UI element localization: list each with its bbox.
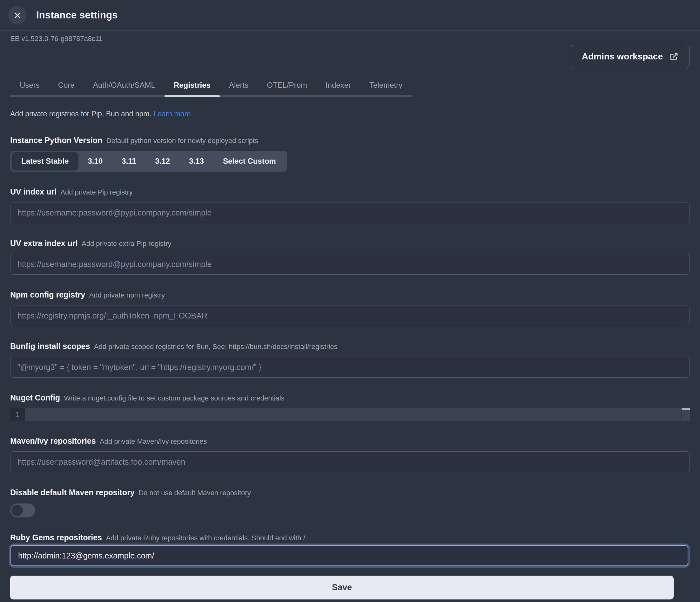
bunfig-install-scopes-label: Bunfig install scopes bbox=[10, 342, 90, 351]
learn-more-link[interactable]: Learn more bbox=[153, 110, 191, 118]
editor-code-area[interactable] bbox=[25, 408, 681, 421]
python-option-3-12[interactable]: 3.12 bbox=[146, 152, 180, 170]
ruby-gems-repositories-section: Ruby Gems repositories Add private Ruby … bbox=[10, 533, 690, 566]
tab-alerts[interactable]: Alerts bbox=[229, 81, 248, 95]
npm-config-registry-description: Add private npm registry bbox=[89, 291, 165, 299]
ruby-gems-repositories-label: Ruby Gems repositories bbox=[10, 533, 102, 542]
maven-ivy-repositories-description: Add private Maven/Ivy repositories bbox=[100, 437, 207, 445]
toggle-knob bbox=[11, 505, 23, 516]
uv-extra-index-url-label: UV extra index url bbox=[10, 239, 78, 248]
uv-extra-index-url-section: UV extra index url Add private extra Pip… bbox=[10, 238, 690, 274]
uv-index-url-section: UV index url Add private Pip registry bbox=[10, 187, 690, 223]
python-option-3-13[interactable]: 3.13 bbox=[179, 152, 214, 170]
tab-telemetry[interactable]: Telemetry bbox=[369, 81, 402, 95]
nuget-config-section: Nuget Config Write a nuget.config file t… bbox=[10, 393, 690, 421]
npm-config-registry-label: Npm config registry bbox=[10, 290, 85, 299]
modal-header: Instance settings Windmill bbox=[0, 0, 700, 31]
python-option-latest-stable[interactable]: Latest Stable bbox=[12, 152, 78, 170]
save-button[interactable]: Save bbox=[10, 576, 674, 599]
disable-default-maven-label: Disable default Maven repository bbox=[10, 488, 135, 497]
admins-workspace-button[interactable]: Admins workspace bbox=[571, 45, 690, 68]
admins-workspace-label: Admins workspace bbox=[582, 51, 663, 62]
disable-default-maven-section: Disable default Maven repository Do not … bbox=[10, 487, 690, 517]
uv-index-url-description: Add private Pip registry bbox=[60, 188, 132, 196]
maven-ivy-repositories-label: Maven/Ivy repositories bbox=[10, 436, 96, 445]
bunfig-install-scopes-description: Add private scoped registries for Bun, S… bbox=[94, 343, 338, 351]
bunfig-install-scopes-input[interactable] bbox=[10, 357, 690, 378]
tab-indexer[interactable]: Indexer bbox=[326, 81, 351, 95]
tab-users[interactable]: Users bbox=[20, 81, 40, 95]
maven-ivy-repositories-input[interactable] bbox=[10, 451, 690, 472]
close-icon bbox=[13, 11, 22, 19]
uv-extra-index-url-description: Add private extra Pip registry bbox=[82, 240, 171, 248]
python-option-select-custom[interactable]: Select Custom bbox=[214, 152, 285, 170]
python-version-label: Instance Python Version bbox=[10, 136, 102, 145]
bunfig-install-scopes-section: Bunfig install scopes Add private scoped… bbox=[10, 341, 690, 378]
python-version-selector: Latest Stable 3.10 3.11 3.12 3.13 Select… bbox=[10, 151, 287, 172]
editor-minimap[interactable] bbox=[681, 408, 690, 421]
version-text: EE v1.523.0-76-g98787a8c11 bbox=[10, 34, 690, 43]
tab-core[interactable]: Core bbox=[58, 81, 75, 95]
python-option-3-10[interactable]: 3.10 bbox=[78, 152, 112, 170]
disable-default-maven-description: Do not use default Maven repository bbox=[139, 489, 251, 497]
uv-extra-index-url-input[interactable] bbox=[10, 254, 690, 274]
tab-otel-prom[interactable]: OTEL/Prom bbox=[267, 81, 307, 95]
intro-text: Add private registries for Pip, Bun and … bbox=[10, 110, 151, 118]
modal-title: Instance settings bbox=[36, 9, 118, 21]
external-link-icon bbox=[669, 52, 679, 61]
python-version-section: Instance Python Version Default python v… bbox=[10, 136, 690, 172]
registries-intro: Add private registries for Pip, Bun and … bbox=[10, 110, 690, 118]
maven-ivy-repositories-section: Maven/Ivy repositories Add private Maven… bbox=[10, 436, 690, 472]
tab-auth-oauth-saml[interactable]: Auth/OAuth/SAML bbox=[93, 81, 155, 95]
nuget-config-editor[interactable]: 1 bbox=[10, 408, 690, 421]
uv-index-url-input[interactable] bbox=[10, 202, 690, 223]
close-button[interactable] bbox=[8, 6, 27, 24]
ruby-gems-repositories-description: Add private Ruby repositories with crede… bbox=[106, 534, 305, 542]
uv-index-url-label: UV index url bbox=[10, 187, 56, 196]
python-option-3-11[interactable]: 3.11 bbox=[112, 152, 146, 170]
disable-default-maven-toggle[interactable] bbox=[10, 503, 35, 517]
nuget-config-description: Write a nuget.config file to set custom … bbox=[64, 394, 284, 402]
clipped-page-heading: Windmill bbox=[10, 28, 112, 30]
editor-line-number: 1 bbox=[10, 408, 25, 421]
nuget-config-label: Nuget Config bbox=[10, 393, 60, 402]
python-version-description: Default python version for newly deploye… bbox=[106, 137, 258, 145]
ruby-gems-repositories-input[interactable] bbox=[10, 545, 688, 566]
tab-bar: Users Core Auth/OAuth/SAML Registries Al… bbox=[10, 81, 690, 97]
npm-config-registry-input[interactable] bbox=[10, 305, 690, 326]
tab-registries[interactable]: Registries bbox=[174, 81, 210, 95]
settings-content: EE v1.523.0-76-g98787a8c11 Admins worksp… bbox=[0, 34, 700, 599]
editor-minimap-slider[interactable] bbox=[681, 408, 690, 410]
npm-config-registry-section: Npm config registry Add private npm regi… bbox=[10, 290, 690, 326]
